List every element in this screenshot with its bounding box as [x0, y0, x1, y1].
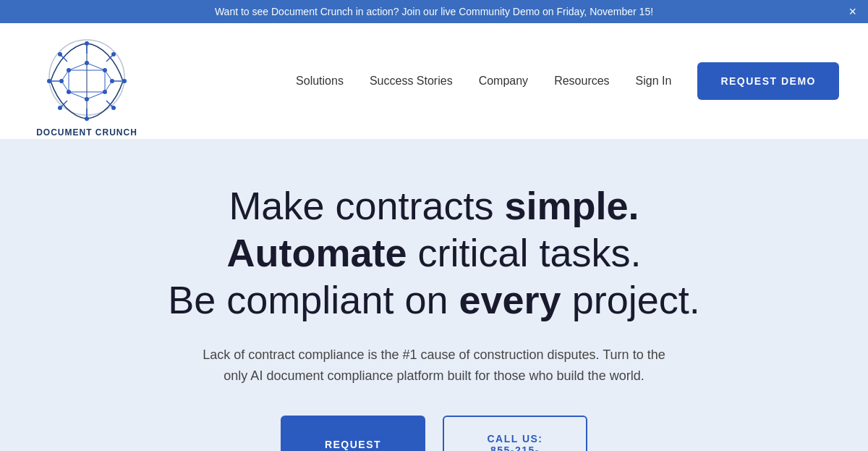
hero-heading-line1: Make contracts simple.: [229, 184, 639, 227]
hero-heading-line3: Be compliant on every project.: [168, 278, 699, 321]
logo-area: DOCUMENT CRUNCH: [29, 27, 145, 135]
svg-point-25: [111, 106, 116, 110]
svg-line-31: [87, 63, 105, 70]
announcement-banner: Want to see Document Crunch in action? J…: [0, 0, 868, 23]
hero-buttons: REQUESTDEMO CALL US:855-215-4727: [29, 416, 839, 451]
svg-text:DOCUMENT CRUNCH: DOCUMENT CRUNCH: [36, 127, 137, 135]
svg-line-36: [105, 70, 112, 81]
nav-item-success-stories[interactable]: Success Stories: [370, 75, 453, 88]
navbar: DOCUMENT CRUNCH Solutions Success Storie…: [0, 23, 868, 139]
hero-subtext: Lack of contract compliance is the #1 ca…: [203, 345, 665, 387]
hero-heading-line2: Automate critical tasks.: [226, 231, 641, 274]
nav-item-resources[interactable]: Resources: [554, 75, 609, 88]
svg-point-19: [122, 79, 127, 83]
svg-line-30: [69, 63, 87, 70]
nav-links: Solutions Success Stories Company Resour…: [296, 62, 839, 100]
svg-line-37: [105, 81, 112, 92]
banner-close-button[interactable]: ×: [848, 5, 856, 18]
svg-point-24: [58, 106, 62, 110]
nav-item-solutions[interactable]: Solutions: [296, 75, 344, 88]
svg-point-21: [85, 117, 89, 121]
hero-heading: Make contracts simple. Automate critical…: [29, 182, 839, 323]
call-us-button[interactable]: CALL US:855-215-4727: [443, 416, 587, 451]
svg-point-20: [85, 41, 89, 46]
nav-item-sign-in[interactable]: Sign In: [636, 75, 672, 88]
hero-section: Make contracts simple. Automate critical…: [0, 139, 868, 451]
svg-point-18: [47, 79, 51, 83]
svg-point-23: [111, 52, 116, 56]
svg-line-33: [87, 92, 105, 99]
nav-item-company[interactable]: Company: [479, 75, 528, 88]
svg-line-34: [61, 70, 69, 81]
svg-line-32: [69, 92, 87, 99]
svg-line-35: [61, 81, 69, 92]
svg-point-22: [58, 52, 62, 56]
request-demo-hero-button[interactable]: REQUESTDEMO: [281, 416, 425, 451]
banner-text: Want to see Document Crunch in action? J…: [29, 6, 839, 17]
logo-icon: DOCUMENT CRUNCH: [29, 27, 145, 135]
request-demo-nav-button[interactable]: REQUEST DEMO: [697, 62, 839, 100]
